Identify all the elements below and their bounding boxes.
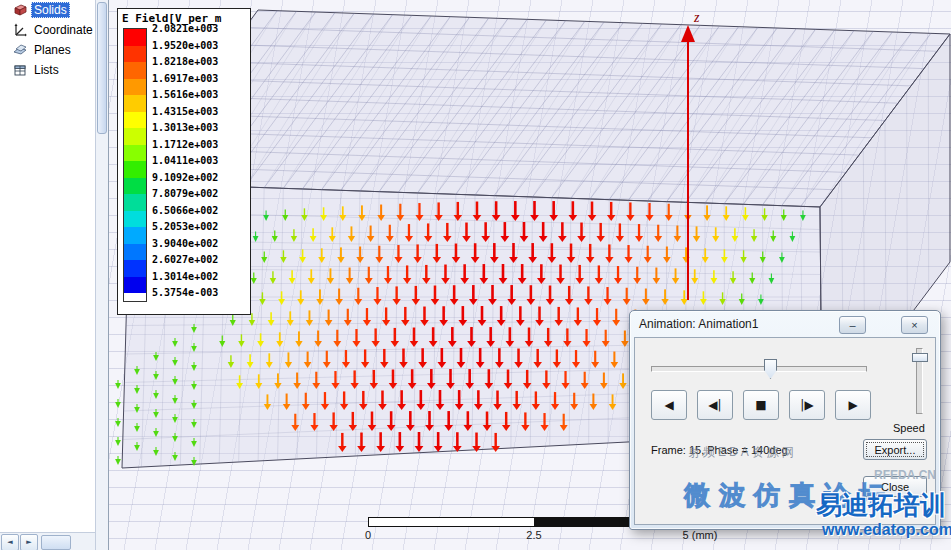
planes-icon: [13, 43, 27, 57]
legend-color-band: [124, 95, 146, 112]
legend-value: 1.3014e+002: [152, 269, 218, 286]
legend-value: 9.1092e+002: [152, 170, 218, 187]
legend-color-band: [124, 260, 146, 277]
legend-value: 2.6027e+002: [152, 252, 218, 269]
lists-icon: [13, 63, 27, 77]
legend-value: 1.5616e+003: [152, 87, 218, 104]
legend-value: 3.9040e+002: [152, 236, 218, 253]
legend-color-band: [124, 211, 146, 228]
legend-color-band: [124, 62, 146, 79]
legend-color-band: [124, 145, 146, 162]
legend-color-band: [124, 178, 146, 195]
step-forward-button[interactable]: |▶: [789, 390, 825, 420]
export-button[interactable]: Export...: [863, 439, 927, 460]
legend-value: 1.3013e+003: [152, 120, 218, 137]
legend-values: 2.0821e+0031.9520e+0031.8218e+0031.6917e…: [152, 21, 218, 302]
solids-icon: [13, 3, 27, 17]
legend-value: 5.3754e-003: [152, 285, 218, 302]
scale-start-label: 0: [365, 529, 371, 541]
legend-color-band: [124, 112, 146, 129]
play-forward-icon: ▶: [848, 398, 857, 412]
scroll-left-icon: ◄: [7, 538, 12, 546]
phase-slider-track[interactable]: [651, 366, 867, 372]
legend-color-band: [124, 244, 146, 261]
play-reverse-button[interactable]: ◀: [651, 390, 687, 420]
minimize-button[interactable]: –: [839, 316, 866, 334]
legend-value: 1.6917e+003: [152, 71, 218, 88]
speed-label: Speed: [893, 422, 925, 434]
sidebar-item-label: Planes: [31, 42, 74, 58]
dialog-close-button[interactable]: Close: [863, 476, 927, 497]
legend-value: 1.8218e+003: [152, 54, 218, 71]
scroll-right-button[interactable]: ►: [20, 534, 38, 550]
legend-color-band: [124, 277, 146, 294]
legend-color-band: [124, 128, 146, 145]
speed-slider-track[interactable]: [916, 348, 923, 414]
legend-value: 7.8079e+002: [152, 186, 218, 203]
legend-value: 1.9520e+003: [152, 38, 218, 55]
legend-color-band: [124, 194, 146, 211]
minimize-icon: –: [849, 320, 855, 331]
legend-value: 6.5066e+002: [152, 203, 218, 220]
scale-bar-white-segment: [368, 517, 536, 527]
animation-dialog: Animation: Animation1 – × ◀◀|■|▶▶ Speed …: [629, 310, 941, 530]
phase-slider-handle[interactable]: [764, 359, 777, 379]
stop-button[interactable]: ■: [743, 390, 779, 420]
legend-color-band: [124, 79, 146, 96]
close-icon: ×: [911, 320, 917, 331]
playback-controls: ◀◀|■|▶▶: [651, 390, 871, 420]
close-button[interactable]: ×: [901, 316, 928, 334]
legend-color-band: [124, 29, 146, 46]
legend-color-band: [124, 46, 146, 63]
legend-value: 2.0821e+003: [152, 21, 218, 38]
sidebar-item-coordinate[interactable]: Coordinate: [0, 20, 95, 40]
application-window: z SolidsCoordinatePlanesLists ◄ ► E Fiel…: [0, 0, 951, 550]
vscroll-thumb[interactable]: [97, 2, 107, 134]
legend-value: 5.2053e+002: [152, 219, 218, 236]
step-forward-icon: |▶: [800, 398, 813, 412]
sidebar-item-lists[interactable]: Lists: [0, 60, 95, 80]
legend-value: 1.0411e+003: [152, 153, 218, 170]
speed-slider-handle[interactable]: [912, 353, 928, 362]
field-legend: E Field[V_per_m 2.0821e+0031.9520e+0031.…: [117, 8, 251, 315]
model-tree-panel: SolidsCoordinatePlanesLists: [0, 0, 95, 550]
legend-value: 1.1712e+003: [152, 137, 218, 154]
sidebar-hscrollbar[interactable]: ◄ ►: [0, 532, 95, 550]
coordinates-icon: [13, 23, 27, 37]
sidebar-item-label: Lists: [31, 62, 62, 78]
dialog-title: Animation: Animation1: [639, 317, 758, 331]
sidebar-vscrollbar[interactable]: [95, 0, 109, 550]
scroll-left-button[interactable]: ◄: [1, 534, 19, 550]
scroll-right-icon: ►: [26, 538, 31, 546]
legend-color-band: [124, 161, 146, 178]
legend-value: 1.4315e+003: [152, 104, 218, 121]
frame-status-text: Frame: 15, Phase = 140deg: [651, 444, 788, 456]
step-back-button[interactable]: ◀|: [697, 390, 733, 420]
legend-color-band: [124, 227, 146, 244]
play-forward-button[interactable]: ▶: [835, 390, 871, 420]
legend-colorbar: [123, 28, 147, 302]
scale-end-label: 5 (mm): [683, 529, 718, 541]
sidebar-item-solids[interactable]: Solids: [0, 0, 95, 20]
sidebar-item-label: Solids: [31, 2, 70, 18]
sidebar-item-planes[interactable]: Planes: [0, 40, 95, 60]
step-back-icon: ◀|: [708, 398, 721, 412]
animation-dialog-body: ◀◀|■|▶▶ Speed Frame: 15, Phase = 140deg …: [634, 337, 936, 525]
sidebar-item-label: Coordinate: [31, 22, 95, 38]
hscroll-thumb[interactable]: [41, 535, 71, 550]
scale-mid-label: 2.5: [526, 529, 541, 541]
stop-icon: ■: [755, 398, 766, 412]
model-tree: SolidsCoordinatePlanesLists: [0, 0, 95, 80]
play-reverse-icon: ◀: [664, 398, 673, 412]
animation-dialog-titlebar[interactable]: Animation: Animation1 – ×: [630, 311, 940, 337]
